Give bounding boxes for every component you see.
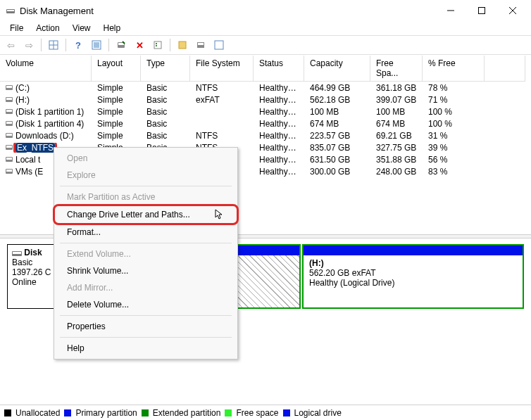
col-free[interactable]: Free Spa... <box>370 56 423 82</box>
legend-swatch-free <box>225 409 232 416</box>
partition-status: Healthy (Logical Drive) <box>309 278 517 288</box>
legend-swatch-logical <box>283 409 290 416</box>
ctx-add-mirror[interactable]: Add Mirror... <box>54 279 237 296</box>
settings-icon[interactable] <box>89 37 104 53</box>
partition-header <box>304 246 523 255</box>
drive-icon <box>6 169 13 174</box>
toolbar-divider <box>170 39 170 51</box>
titlebar: Disk Management <box>0 0 531 21</box>
ctx-open[interactable]: Open <box>54 150 237 167</box>
properties-icon[interactable] <box>150 37 165 53</box>
menu-view[interactable]: View <box>67 22 96 34</box>
help-icon[interactable]: ? <box>70 37 86 53</box>
refresh-icon[interactable] <box>113 37 129 53</box>
col-capacity[interactable]: Capacity <box>304 56 370 82</box>
col-layout[interactable]: Layout <box>92 56 141 82</box>
ctx-change-drive-letter-label: Change Drive Letter and Paths... <box>67 210 190 219</box>
ctx-separator <box>60 186 232 186</box>
legend-swatch-primary <box>64 409 71 416</box>
col-pctfree[interactable]: % Free <box>423 56 485 82</box>
svg-rect-14 <box>154 42 161 49</box>
ctx-delete[interactable]: Delete Volume... <box>54 296 237 313</box>
volume-row[interactable]: (C:)SimpleBasicNTFSHealthy (B...464.99 G… <box>0 82 531 94</box>
drive-icon <box>6 85 13 90</box>
drive-icon <box>6 145 13 150</box>
legend-logical: Logical drive <box>294 408 342 418</box>
menubar: File Action View Help <box>0 21 531 35</box>
legend-swatch-unallocated <box>4 409 11 416</box>
action-icon-1[interactable] <box>175 37 190 53</box>
toolbar-divider <box>41 39 42 51</box>
legend-unallocated: Unallocated <box>15 408 60 418</box>
menu-action[interactable]: Action <box>30 22 65 34</box>
volume-row[interactable]: (Disk 1 partition 4)SimpleBasicHealthy (… <box>0 117 531 129</box>
svg-rect-10 <box>94 42 99 48</box>
ctx-shrink[interactable]: Shrink Volume... <box>54 262 237 279</box>
app-icon <box>6 6 15 15</box>
drive-icon <box>6 109 13 114</box>
ctx-change-drive-letter[interactable]: Change Drive Letter and Paths... <box>54 205 237 224</box>
col-spare <box>485 56 525 82</box>
svg-rect-1 <box>7 10 14 11</box>
action-icon-3[interactable] <box>211 37 227 53</box>
window-title: Disk Management <box>20 6 435 16</box>
svg-rect-20 <box>215 41 223 49</box>
back-button[interactable]: ⇦ <box>3 37 18 53</box>
menu-file[interactable]: File <box>4 22 29 34</box>
col-status[interactable]: Status <box>254 56 304 82</box>
menu-help[interactable]: Help <box>98 22 127 34</box>
ctx-separator <box>60 243 232 243</box>
svg-rect-19 <box>198 43 204 45</box>
forward-button[interactable]: ⇨ <box>21 37 37 53</box>
legend-free: Free space <box>236 408 278 418</box>
minimize-button[interactable] <box>435 1 466 20</box>
ctx-separator <box>60 337 232 338</box>
volume-row[interactable]: (Disk 1 partition 1)SimpleBasicHealthy (… <box>0 106 531 117</box>
close-button[interactable] <box>497 1 528 20</box>
volume-list-header: Volume Layout Type File System Status Ca… <box>0 56 531 82</box>
svg-point-15 <box>156 43 157 44</box>
context-menu: Open Explore Mark Partition as Active Ch… <box>54 147 238 359</box>
col-type[interactable]: Type <box>141 56 190 82</box>
legend-swatch-extended <box>142 409 149 416</box>
drive-icon <box>6 97 13 102</box>
toolbar: ⇦ ⇨ ? ✕ <box>0 35 531 55</box>
disk-label: Disk <box>24 248 42 257</box>
ctx-extend[interactable]: Extend Volume... <box>54 246 237 262</box>
toolbar-divider <box>108 39 109 51</box>
ctx-format[interactable]: Format... <box>54 224 237 241</box>
partition-letter: (H:) <box>309 258 517 268</box>
ctx-properties[interactable]: Properties <box>54 318 237 335</box>
partition-info: 562.20 GB exFAT <box>309 268 517 278</box>
drive-icon <box>6 121 13 126</box>
legend-primary: Primary partition <box>75 408 137 418</box>
delete-icon[interactable]: ✕ <box>132 37 147 53</box>
svg-rect-17 <box>179 42 186 49</box>
volume-row[interactable]: Downloads (D:)SimpleBasicNTFSHealthy (B.… <box>0 129 531 141</box>
ctx-help[interactable]: Help <box>54 340 237 357</box>
ctx-explore[interactable]: Explore <box>54 167 237 184</box>
legend-extended: Extended partition <box>153 408 221 418</box>
legend: Unallocated Primary partition Extended p… <box>0 405 531 420</box>
svg-rect-12 <box>118 43 124 45</box>
partition-body: (H:) 562.20 GB exFAT Healthy (Logical Dr… <box>304 255 523 291</box>
action-icon-2[interactable] <box>193 37 208 53</box>
cursor-icon <box>215 209 225 220</box>
drive-icon <box>6 133 13 138</box>
toolbar-grid-icon[interactable] <box>46 37 61 53</box>
svg-point-16 <box>156 45 157 46</box>
maximize-button[interactable] <box>466 1 497 20</box>
toolbar-divider <box>65 39 66 51</box>
ctx-separator <box>60 315 232 316</box>
partition-h[interactable]: (H:) 562.20 GB exFAT Healthy (Logical Dr… <box>302 244 524 309</box>
ctx-mark-active[interactable]: Mark Partition as Active <box>54 189 237 205</box>
svg-rect-3 <box>479 8 485 14</box>
col-volume[interactable]: Volume <box>0 56 92 82</box>
svg-rect-22 <box>13 252 21 254</box>
volume-row[interactable]: (H:)SimpleBasicexFATHealthy (L...562.18 … <box>0 94 531 106</box>
col-filesystem[interactable]: File System <box>190 56 254 82</box>
drive-icon <box>6 157 13 162</box>
